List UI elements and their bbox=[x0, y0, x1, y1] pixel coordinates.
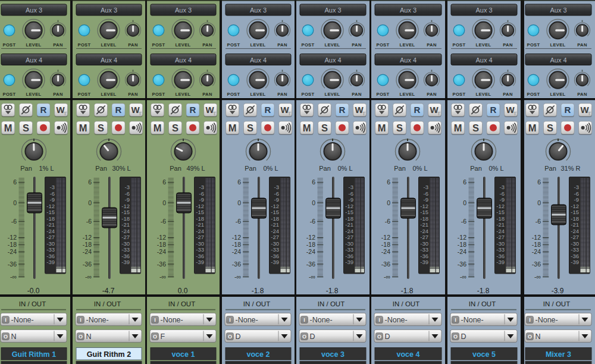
svg-text:O: O bbox=[79, 334, 83, 340]
svg-text:IN / OUT: IN / OUT bbox=[94, 300, 121, 307]
svg-text:0: 0 bbox=[88, 199, 92, 206]
svg-text:-24: -24 bbox=[271, 228, 279, 234]
svg-text:-30: -30 bbox=[496, 240, 505, 247]
svg-text:POST: POST bbox=[227, 92, 240, 97]
svg-text:-3: -3 bbox=[199, 184, 204, 190]
svg-text:-3: -3 bbox=[349, 184, 353, 190]
svg-text:LEVEL: LEVEL bbox=[400, 92, 415, 97]
svg-text:LEVEL: LEVEL bbox=[250, 92, 266, 97]
svg-text:Aux 3: Aux 3 bbox=[475, 7, 492, 14]
svg-text:-6: -6 bbox=[236, 218, 241, 225]
svg-text:-6: -6 bbox=[536, 218, 541, 225]
svg-text:S: S bbox=[547, 123, 553, 133]
svg-text:PAN: PAN bbox=[427, 42, 436, 48]
svg-text:Aux 3: Aux 3 bbox=[550, 7, 566, 14]
svg-text:49% L: 49% L bbox=[186, 165, 205, 172]
svg-text:-6: -6 bbox=[385, 218, 390, 225]
svg-text:0% L: 0% L bbox=[412, 165, 427, 172]
svg-text:LEVEL: LEVEL bbox=[325, 92, 340, 97]
svg-text:-None-: -None- bbox=[236, 316, 258, 324]
svg-text:Aux 4: Aux 4 bbox=[400, 57, 416, 64]
svg-text:R: R bbox=[190, 105, 196, 115]
svg-text:M: M bbox=[154, 123, 162, 133]
svg-text:-∞: -∞ bbox=[234, 273, 241, 280]
svg-text:-24: -24 bbox=[381, 248, 390, 255]
svg-text:-6: -6 bbox=[274, 190, 279, 197]
svg-text:0: 0 bbox=[162, 199, 166, 206]
svg-text:-12: -12 bbox=[46, 203, 55, 209]
svg-text:I: I bbox=[303, 317, 305, 323]
svg-text:-39: -39 bbox=[420, 259, 428, 265]
svg-text:-39: -39 bbox=[121, 259, 130, 265]
svg-text:LEVEL: LEVEL bbox=[101, 92, 117, 97]
svg-text:-15: -15 bbox=[271, 209, 279, 215]
svg-text:-30: -30 bbox=[121, 240, 130, 247]
svg-text:-18: -18 bbox=[458, 241, 466, 248]
svg-text:-None-: -None- bbox=[536, 316, 558, 324]
svg-text:-21: -21 bbox=[496, 221, 505, 228]
svg-text:1% L: 1% L bbox=[39, 165, 54, 172]
svg-text:-21: -21 bbox=[121, 221, 130, 228]
svg-text:-9: -9 bbox=[574, 196, 579, 203]
svg-text:-24: -24 bbox=[532, 248, 541, 255]
svg-text:6: 6 bbox=[237, 178, 241, 186]
svg-text:-36: -36 bbox=[46, 253, 55, 259]
svg-text:-18: -18 bbox=[232, 241, 241, 248]
svg-text:-18: -18 bbox=[571, 215, 579, 222]
svg-text:M: M bbox=[454, 123, 462, 133]
svg-text:-15: -15 bbox=[121, 209, 130, 215]
svg-text:-33: -33 bbox=[345, 246, 353, 253]
svg-text:LEVEL: LEVEL bbox=[476, 42, 491, 48]
svg-text:POST: POST bbox=[3, 92, 16, 97]
svg-text:-9: -9 bbox=[125, 196, 130, 203]
svg-text:-15: -15 bbox=[496, 209, 505, 215]
svg-text:M: M bbox=[4, 123, 12, 133]
svg-text:-27: -27 bbox=[121, 234, 130, 240]
svg-text:-24: -24 bbox=[121, 228, 130, 234]
svg-text:-12: -12 bbox=[306, 234, 315, 241]
svg-text:O: O bbox=[153, 334, 157, 340]
svg-text:IN / OUT: IN / OUT bbox=[19, 300, 46, 307]
svg-text:I: I bbox=[229, 317, 231, 323]
svg-text:PAN: PAN bbox=[202, 92, 212, 97]
svg-text:-39: -39 bbox=[271, 259, 279, 265]
svg-text:Pan: Pan bbox=[319, 165, 331, 172]
svg-text:-9: -9 bbox=[349, 196, 353, 203]
svg-text:POST: POST bbox=[78, 92, 91, 97]
svg-text:-18: -18 bbox=[532, 241, 541, 248]
svg-text:POST: POST bbox=[152, 92, 165, 97]
svg-text:-24: -24 bbox=[232, 248, 241, 255]
svg-text:-18: -18 bbox=[420, 215, 428, 222]
svg-text:6: 6 bbox=[88, 178, 92, 186]
svg-text:I: I bbox=[455, 317, 456, 323]
svg-text:M: M bbox=[79, 123, 87, 133]
svg-text:D: D bbox=[385, 332, 390, 341]
svg-text:-33: -33 bbox=[271, 246, 279, 253]
svg-text:0: 0 bbox=[237, 199, 241, 206]
svg-text:-27: -27 bbox=[420, 234, 428, 240]
svg-text:-24: -24 bbox=[306, 248, 315, 255]
svg-text:PAN: PAN bbox=[128, 42, 137, 48]
svg-text:0: 0 bbox=[463, 199, 466, 206]
svg-text:LEVEL: LEVEL bbox=[26, 42, 42, 48]
svg-text:-36: -36 bbox=[271, 253, 279, 259]
svg-text:Pan: Pan bbox=[544, 165, 556, 172]
svg-text:POST: POST bbox=[377, 92, 390, 97]
svg-text:D: D bbox=[461, 332, 466, 341]
svg-text:O: O bbox=[302, 334, 306, 340]
svg-text:-21: -21 bbox=[571, 221, 579, 228]
svg-text:M: M bbox=[528, 123, 537, 133]
svg-text:Aux 4: Aux 4 bbox=[550, 57, 566, 64]
svg-text:-12: -12 bbox=[458, 234, 466, 241]
svg-text:Pan: Pan bbox=[394, 165, 406, 172]
svg-text:PAN: PAN bbox=[503, 92, 512, 97]
svg-text:-39: -39 bbox=[46, 259, 55, 265]
svg-text:POST: POST bbox=[78, 42, 91, 48]
svg-text:Aux 4: Aux 4 bbox=[175, 57, 192, 64]
svg-text:-24: -24 bbox=[196, 228, 204, 234]
svg-text:-1.8: -1.8 bbox=[401, 287, 414, 295]
svg-text:-39: -39 bbox=[345, 259, 353, 265]
svg-text:-9: -9 bbox=[274, 196, 279, 203]
svg-text:Mixer 3: Mixer 3 bbox=[546, 350, 571, 359]
svg-text:-1.8: -1.8 bbox=[477, 287, 490, 295]
